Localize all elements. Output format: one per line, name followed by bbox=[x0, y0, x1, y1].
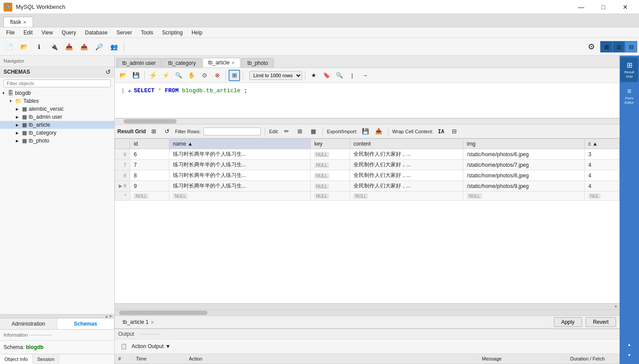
qtab-close-tbarticle[interactable]: ✕ bbox=[231, 60, 235, 65]
table-row[interactable]: ▶ 9 9 练习时长两年半的个人练习生... NULL 全民制作人们大家好，..… bbox=[115, 181, 620, 191]
th-name[interactable]: name ▲ bbox=[169, 139, 310, 149]
menu-server[interactable]: Server bbox=[112, 29, 136, 37]
execute-current-btn[interactable]: ⚡ bbox=[160, 70, 172, 81]
output-copy-btn[interactable]: 📋 bbox=[118, 341, 129, 352]
open-query-button[interactable]: 📂 bbox=[17, 40, 31, 54]
menu-query[interactable]: Query bbox=[57, 29, 81, 37]
menu-database[interactable]: Database bbox=[81, 29, 112, 37]
table-edit-btn[interactable]: ⊞ bbox=[229, 70, 240, 81]
open-file-btn[interactable]: 📂 bbox=[117, 70, 129, 81]
menu-edit[interactable]: Edit bbox=[19, 29, 37, 37]
query-tab-tbarticle[interactable]: tb_article ✕ bbox=[203, 58, 241, 68]
tree-item-tbphoto[interactable]: ▶ ▦ tb_photo bbox=[0, 137, 114, 145]
manage-connections-button[interactable]: 🔌 bbox=[47, 40, 61, 54]
editor-hscroll-thumb[interactable] bbox=[124, 119, 177, 124]
find-btn[interactable]: 🔍 bbox=[173, 70, 184, 81]
filter-input[interactable] bbox=[4, 79, 111, 87]
arrow-right-btn[interactable]: → bbox=[359, 70, 371, 81]
add-bookmark-btn[interactable]: ★ bbox=[308, 70, 320, 81]
tree-item-tables[interactable]: ▼ 📁 Tables bbox=[0, 97, 114, 105]
table-row[interactable]: 6 6 练习时长两年半的个人练习生... NULL 全民制作人们大家好，... … bbox=[115, 149, 620, 160]
view-btn-2[interactable]: ▥ bbox=[613, 41, 625, 53]
new-query-button[interactable]: 📄 bbox=[2, 40, 16, 54]
users-button[interactable]: 👥 bbox=[107, 40, 121, 54]
stop-btn[interactable]: ⊗ bbox=[211, 70, 223, 81]
tree-item-tbarticle[interactable]: ▶ ▦ tb_article bbox=[0, 121, 114, 129]
bottom-tab-objectinfo[interactable]: Object Info bbox=[0, 354, 33, 364]
export-button[interactable]: 📤 bbox=[77, 40, 91, 54]
result-tab-close[interactable]: ✕ bbox=[150, 320, 154, 325]
sql-content[interactable]: SELECT * FROM blogdb.tb_article ; bbox=[134, 87, 248, 94]
preferences-button[interactable]: ⚙ bbox=[584, 40, 598, 54]
rp-scroll-down[interactable]: ▼ bbox=[621, 350, 637, 360]
result-vscroll-bottom[interactable]: ▼ bbox=[115, 303, 620, 309]
limit-dropdown[interactable]: Limit to 1000 rows Don't Limit Limit to … bbox=[249, 71, 302, 80]
result-tab-item[interactable]: tb_article 1 ✕ bbox=[118, 318, 158, 326]
filter-rows-input[interactable] bbox=[203, 128, 261, 135]
tree-label-tbcategory: tb_category bbox=[29, 130, 56, 136]
menu-view[interactable]: View bbox=[37, 29, 57, 37]
tree-item-tbcategory[interactable]: ▶ ▦ tb_category bbox=[0, 129, 114, 137]
edit2-icon-btn[interactable]: ⊞ bbox=[295, 126, 305, 137]
edit-icon-btn[interactable]: ✏ bbox=[282, 126, 292, 137]
inspect-button[interactable]: 🔎 bbox=[92, 40, 106, 54]
column-width-btn[interactable]: ⊟ bbox=[449, 126, 460, 137]
execute-btn[interactable]: ⚡ bbox=[147, 70, 159, 81]
menu-help[interactable]: Help bbox=[187, 29, 207, 37]
qtab-label-tbarticle: tb_article bbox=[208, 60, 230, 66]
inspector-btn[interactable]: | bbox=[346, 70, 358, 81]
grid-icon-btn[interactable]: ⊞ bbox=[149, 126, 159, 137]
export-icon-btn[interactable]: 💾 bbox=[360, 126, 371, 137]
th-id[interactable]: id bbox=[130, 139, 169, 149]
revert-button[interactable]: Revert bbox=[586, 317, 616, 327]
rp-scroll-up[interactable]: ▲ bbox=[621, 339, 637, 350]
import-icon-btn[interactable]: 📥 bbox=[373, 126, 384, 137]
import-button[interactable]: 📥 bbox=[62, 40, 76, 54]
refresh-icon-btn[interactable]: ↺ bbox=[162, 126, 173, 137]
admin-tab-schemas[interactable]: Schemas bbox=[57, 319, 115, 329]
minimize-button[interactable]: — bbox=[571, 0, 591, 14]
view-btn-3[interactable]: ▤ bbox=[625, 41, 637, 53]
editor-hscroll[interactable] bbox=[115, 118, 620, 124]
query-tab-tbcategory[interactable]: tb_category bbox=[162, 58, 202, 68]
table-row[interactable]: 8 8 练习时长两年半的个人练习生... NULL 全民制作人们大家好，... … bbox=[115, 170, 620, 181]
query-tab-tbadmin[interactable]: tb_admin user bbox=[117, 58, 162, 68]
table-row[interactable]: 7 7 练习时长两年半的个人练习生... NULL 全民制作人们大家好，... … bbox=[115, 160, 620, 170]
menu-tools[interactable]: Tools bbox=[136, 29, 158, 37]
snippet-btn[interactable]: 🔖 bbox=[321, 70, 332, 81]
save-btn[interactable]: 💾 bbox=[130, 70, 142, 81]
tree-item-alembic[interactable]: ▶ ▦ alembic_versic bbox=[0, 105, 114, 113]
view-btn-1[interactable]: ▦ bbox=[600, 41, 613, 53]
query-tab-tbphoto[interactable]: tb_photo bbox=[241, 58, 274, 68]
menu-file[interactable]: File bbox=[2, 29, 19, 37]
apply-button[interactable]: Apply bbox=[554, 317, 582, 327]
hand-btn[interactable]: ✋ bbox=[186, 70, 197, 81]
edit3-icon-btn[interactable]: ▦ bbox=[308, 126, 319, 137]
rp-result-grid-btn[interactable]: ⊞ ResultGrid bbox=[620, 57, 638, 82]
search3-btn[interactable]: 🔍 bbox=[334, 70, 345, 81]
wrap-icon-btn[interactable]: IA bbox=[436, 126, 447, 137]
bottom-tab-session[interactable]: Session bbox=[33, 354, 59, 364]
th-c[interactable]: c ▲ bbox=[585, 139, 620, 149]
maximize-button[interactable]: □ bbox=[593, 0, 613, 14]
th-content[interactable]: content bbox=[350, 139, 463, 149]
tree-item-blogdb[interactable]: ▼ 🗄 blogdb bbox=[0, 89, 114, 97]
refresh-icon[interactable]: ↺ bbox=[105, 68, 111, 75]
tab-close-icon[interactable]: ✕ bbox=[23, 20, 26, 25]
menu-scripting[interactable]: Scripting bbox=[158, 29, 187, 37]
bottom-hscroll[interactable] bbox=[115, 309, 620, 315]
app-tab-flask[interactable]: flask ✕ bbox=[4, 17, 33, 27]
admin-tab-administration[interactable]: Administration bbox=[0, 319, 57, 329]
th-img[interactable]: img bbox=[463, 139, 585, 149]
bottom-hscroll-thumb[interactable] bbox=[119, 311, 207, 315]
dropdown-arrow-icon[interactable]: ▼ bbox=[165, 343, 171, 349]
data-table-wrap[interactable]: id name ▲ key content img c ▲ 6 6 练习时长两年 bbox=[115, 139, 620, 303]
rp-form-editor-btn[interactable]: ≡ FormEditor bbox=[620, 84, 638, 109]
null-row[interactable]: * NULL NULL NULL NULL NULL NUL bbox=[115, 191, 620, 201]
th-key[interactable]: key bbox=[311, 139, 350, 149]
close-button[interactable]: ✕ bbox=[615, 0, 635, 14]
tree-arrow-tbcategory: ▶ bbox=[16, 131, 20, 135]
server-info-button[interactable]: ℹ bbox=[32, 40, 46, 54]
tree-item-tbadmin[interactable]: ▶ ▦ tb_admin user bbox=[0, 113, 114, 121]
execute-stop-btn[interactable]: ⊙ bbox=[199, 70, 210, 81]
